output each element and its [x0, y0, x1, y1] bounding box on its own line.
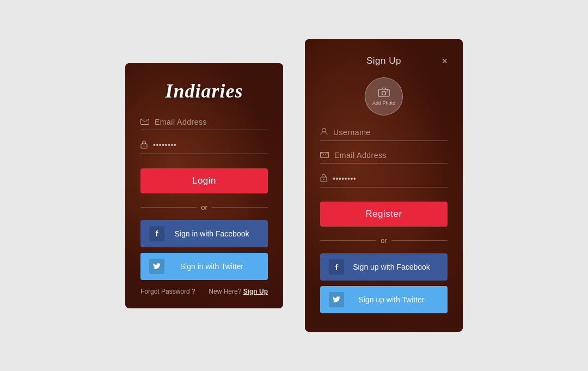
signup-envelope-icon [320, 151, 329, 160]
add-photo-button[interactable]: Add Photo [365, 77, 403, 115]
signup-or-text: or [381, 236, 387, 245]
svg-point-2 [144, 145, 145, 147]
twitter-signup-label: Sign up with Twitter [344, 295, 439, 304]
facebook-icon: f [149, 226, 164, 241]
facebook-signup-button[interactable]: f Sign up with Facebook [320, 253, 448, 281]
signup-or-divider: or [320, 236, 448, 245]
divider-line-left [140, 207, 197, 208]
signup-email-input-group [320, 151, 448, 163]
register-button[interactable]: Register [320, 202, 448, 227]
app-title: Indiaries [140, 80, 268, 102]
signup-content: Sign Up × Add Photo [305, 39, 463, 332]
svg-point-5 [387, 90, 388, 92]
email-input-group [140, 118, 268, 130]
camera-icon [378, 87, 390, 99]
signup-title: Sign Up [366, 56, 401, 66]
twitter-signin-label: Sign in with Twitter [164, 262, 259, 271]
lock-icon [140, 140, 148, 150]
facebook-signin-button[interactable]: f Sign in with Facebook [140, 220, 268, 247]
signup-link[interactable]: Sign Up [243, 288, 268, 295]
signup-header: Sign Up × [320, 56, 448, 66]
email-field[interactable] [155, 118, 268, 126]
signup-twitter-icon [329, 292, 344, 307]
close-button[interactable]: × [442, 56, 448, 66]
svg-point-9 [323, 179, 324, 180]
password-field[interactable] [153, 141, 268, 149]
new-here-text: New Here? Sign Up [209, 288, 268, 295]
signup-divider-line-right [391, 240, 448, 241]
login-content: Indiaries Login [125, 63, 283, 308]
envelope-icon [140, 118, 149, 126]
signup-card: Sign Up × Add Photo [305, 39, 463, 332]
signup-password-input-group [320, 173, 448, 187]
user-icon [320, 127, 328, 137]
add-photo-label: Add Photo [372, 100, 395, 106]
signup-lock-icon [320, 173, 327, 184]
footer-links: Forgot Password ? New Here? Sign Up [140, 288, 268, 295]
signup-email-field[interactable] [334, 151, 448, 160]
twitter-signup-button[interactable]: Sign up with Twitter [320, 286, 448, 313]
svg-point-4 [382, 92, 386, 95]
password-input-group [140, 140, 268, 154]
or-text: or [201, 203, 207, 211]
username-input-group [320, 127, 448, 141]
facebook-signin-label: Sign in with Facebook [164, 229, 259, 238]
forgot-password-text: Forgot Password ? [140, 288, 195, 295]
divider-line-right [212, 207, 268, 208]
svg-point-6 [322, 129, 326, 132]
or-divider: or [140, 203, 268, 211]
signup-facebook-icon: f [329, 259, 344, 275]
login-button[interactable]: Login [140, 168, 268, 193]
username-field[interactable] [333, 128, 448, 137]
twitter-icon [149, 259, 164, 274]
facebook-signup-label: Sign up with Facebook [344, 263, 439, 271]
twitter-signin-button[interactable]: Sign in with Twitter [140, 253, 268, 280]
signup-divider-line-left [320, 240, 376, 241]
signup-password-field[interactable] [333, 174, 448, 183]
login-card: Indiaries Login [125, 63, 283, 308]
